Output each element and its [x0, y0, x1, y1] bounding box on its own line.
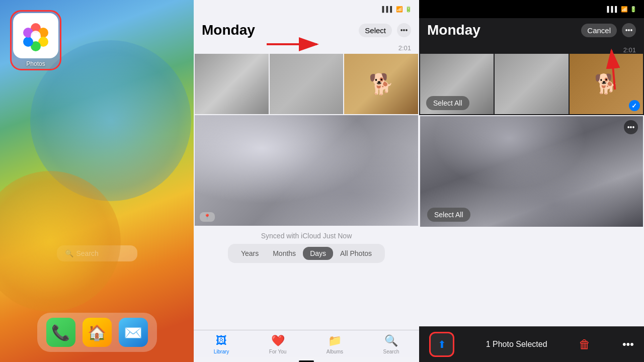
tab-days[interactable]: Days [303, 247, 333, 260]
selected-count: 1 Photo Selected [486, 340, 547, 349]
filter-tabs-container: Years Months Days All Photos [194, 244, 419, 268]
foryou-icon: ❤️ [271, 334, 285, 347]
app-label: Photos [13, 60, 58, 67]
photo-cell-dog[interactable]: 🐕 [344, 54, 418, 114]
foryou-label: For You [269, 349, 286, 354]
select-header-actions: Cancel ••• [581, 23, 636, 37]
header-actions: Select ••• [359, 23, 411, 37]
svg-point-6 [31, 31, 41, 41]
search-icon: 🔍 [65, 249, 73, 257]
selected-checkmark: ✓ [629, 100, 640, 111]
cancel-button[interactable]: Cancel [581, 24, 617, 37]
share-button[interactable]: ⬆ [429, 332, 454, 357]
albums-icon: 📁 [328, 334, 342, 347]
home-icon[interactable]: 🏠 [83, 318, 112, 347]
signal-icon-white: ▌▌▌ [607, 6, 619, 12]
status-bar: ▌▌▌ 📶 🔋 [194, 0, 419, 18]
search-bar[interactable]: 🔍 Search [57, 245, 137, 261]
tab-search[interactable]: 🔍 Search [383, 334, 399, 354]
select-all-bottom-button[interactable]: Select All [427, 208, 470, 222]
search-label: Search [76, 249, 99, 257]
select-button[interactable]: Select [359, 24, 392, 37]
timestamp-dark: 2:01 [419, 44, 644, 54]
tab-library[interactable]: 🖼 Library [214, 334, 229, 354]
photo-label: 📍 [200, 212, 215, 222]
select-title: Monday [427, 22, 480, 38]
wifi-icon: 📶 [396, 6, 403, 13]
dog-image: 🐕 [344, 54, 418, 114]
status-icons-white: ▌▌▌ 📶 🔋 [607, 6, 637, 13]
photo-grid-top: 🐕 [195, 54, 418, 114]
search-tab-icon: 🔍 [384, 334, 398, 347]
library-label: Library [214, 349, 229, 354]
select-cell-2[interactable] [495, 54, 568, 114]
home-screen: Photos 🔍 Search 📞 🏠 ✉️ [0, 0, 194, 362]
action-bar: ⬆ 1 Photo Selected 🗑 ••• [419, 326, 644, 362]
dark-photo-area: 2:01 🐕 ✓ Se [419, 44, 644, 115]
photos-icon-svg [18, 18, 53, 53]
photo-main[interactable]: 📍 [195, 115, 418, 226]
photos-library-panel: ▌▌▌ 📶 🔋 Monday Select ••• 2:01 [194, 0, 419, 362]
bottom-tabs: 🖼 Library ❤️ For You 📁 Albums 🔍 Search [194, 330, 419, 357]
more-overlay-button[interactable]: ••• [624, 120, 638, 134]
delete-button[interactable]: 🗑 [579, 337, 591, 351]
select-cell-dog[interactable]: 🐕 ✓ [570, 54, 643, 114]
battery-icon-white: 🔋 [630, 6, 637, 13]
photo-main-inner [195, 115, 418, 226]
dock: 📞 🏠 ✉️ [37, 313, 157, 352]
tab-allphotos[interactable]: All Photos [333, 247, 379, 260]
ellipsis-icon: ••• [622, 338, 634, 350]
status-icons: ▌▌▌ 📶 🔋 [382, 6, 412, 13]
photos-header: Monday Select ••• [194, 18, 419, 44]
photos-app-container[interactable]: Photos [10, 10, 61, 70]
more-button[interactable]: ••• [397, 23, 411, 37]
synced-text: Synced with iCloud Just Now [194, 227, 419, 244]
action-more-button[interactable]: ••• [622, 338, 634, 351]
photos-title: Monday [202, 22, 255, 38]
mail-icon[interactable]: ✉️ [119, 318, 148, 347]
select-all-top-button[interactable]: Select All [426, 96, 469, 110]
timestamp: 2:01 [194, 44, 419, 52]
tab-albums[interactable]: 📁 Albums [327, 334, 343, 354]
photo-main-select[interactable]: ••• Select All [420, 116, 643, 227]
share-icon: ⬆ [438, 338, 446, 350]
more-button-dark[interactable]: ••• [622, 23, 636, 37]
tab-foryou[interactable]: ❤️ For You [269, 334, 286, 354]
photos-app-icon[interactable] [13, 13, 58, 58]
battery-icon: 🔋 [405, 6, 412, 13]
tab-filter: Years Months Days All Photos [228, 244, 385, 263]
wifi-icon-white: 📶 [621, 6, 628, 13]
library-icon: 🖼 [216, 334, 227, 347]
select-header: Monday Cancel ••• [419, 18, 644, 44]
select-mode-panel: ▌▌▌ 📶 🔋 Monday Cancel ••• 2:01 🐕 ✓ [419, 0, 644, 362]
photo-cell-2[interactable] [270, 54, 344, 114]
phone-icon[interactable]: 📞 [46, 318, 75, 347]
tab-months[interactable]: Months [266, 247, 303, 260]
status-bar-dark: ▌▌▌ 📶 🔋 [419, 0, 644, 18]
trash-icon: 🗑 [579, 337, 591, 351]
albums-label: Albums [327, 349, 343, 354]
photo-cell-1[interactable] [195, 54, 269, 114]
signal-icon: ▌▌▌ [382, 6, 394, 12]
search-tab-label: Search [383, 349, 399, 354]
tab-years[interactable]: Years [234, 247, 266, 260]
